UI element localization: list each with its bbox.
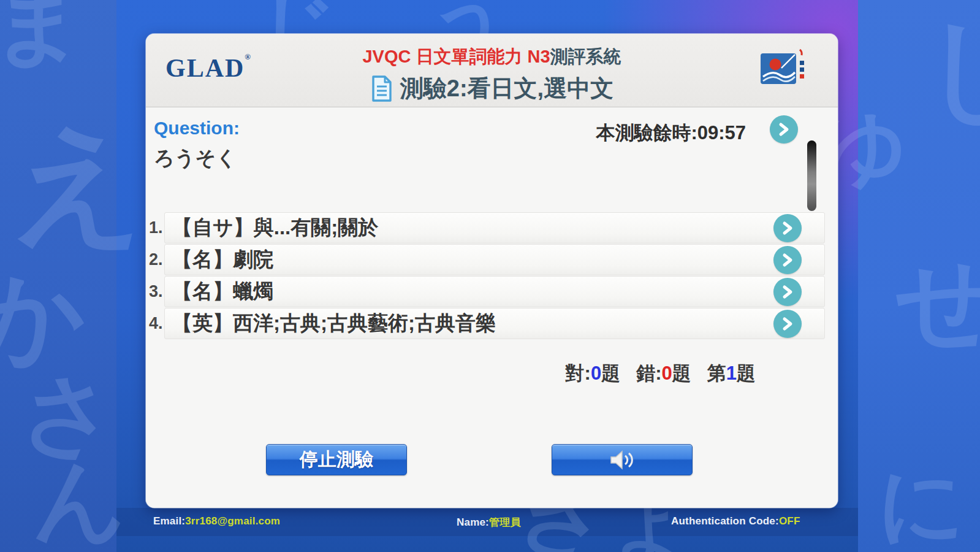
option-1-select-button[interactable] <box>773 214 802 242</box>
current-question-number: 1 <box>726 362 737 384</box>
play-audio-button[interactable] <box>552 444 693 475</box>
email-value: 3rr168@gmail.com <box>185 515 280 527</box>
email-label: Email: <box>153 515 185 527</box>
stop-test-button[interactable]: 停止測驗 <box>266 444 407 475</box>
timer-label: 本測驗餘時: <box>596 122 697 144</box>
app-title-dark: 測評系統 <box>550 47 621 66</box>
option-number: 2. <box>146 250 164 269</box>
option-row-1: 1. 【自サ】與...有關;關於 <box>146 212 838 243</box>
correct-suffix: 題 <box>601 362 620 384</box>
option-4[interactable]: 【英】西洋;古典;古典藝術;古典音樂 <box>164 308 825 339</box>
option-2-text: 【名】劇院 <box>172 246 273 274</box>
option-4-select-button[interactable] <box>773 310 802 338</box>
sunrise-book-logo-icon <box>759 47 808 88</box>
current-question-suffix: 題 <box>737 362 756 384</box>
option-row-4: 4. 【英】西洋;古典;古典藝術;古典音樂 <box>146 308 838 339</box>
correct-count: 0 <box>591 362 601 384</box>
test-mode-line: 測驗2:看日文,選中文 <box>146 73 838 104</box>
option-row-3: 3. 【名】蠟燭 <box>146 276 838 307</box>
chevron-right-icon <box>781 253 794 267</box>
footer-name: Name:管理員 <box>457 515 521 529</box>
option-4-text: 【英】西洋;古典;古典藝術;古典音樂 <box>172 310 496 337</box>
footer-email: Email:3rr168@gmail.com <box>153 515 280 527</box>
auth-code-value: OFF <box>779 515 800 527</box>
option-row-2: 2. 【名】劇院 <box>146 244 838 275</box>
chevron-right-icon <box>781 221 794 236</box>
background-left-band <box>0 0 116 552</box>
question-label: Question: <box>154 118 240 139</box>
quiz-window: GLAD® JVQC 日文單詞能力 N3測評系統 測驗2:看日文,選中文 <box>146 34 838 508</box>
footer-auth-code: Authentication Code:OFF <box>671 515 800 527</box>
current-question-label: 第 <box>707 362 726 384</box>
wrong-suffix: 題 <box>672 362 691 384</box>
wrong-label: 錯: <box>636 362 661 384</box>
document-icon <box>370 75 393 102</box>
option-3-text: 【名】蠟燭 <box>172 278 273 305</box>
auth-code-label: Authentication Code: <box>671 515 779 527</box>
option-3-select-button[interactable] <box>773 278 802 306</box>
question-text: ろうそく <box>154 145 237 172</box>
chevron-right-icon <box>781 285 794 299</box>
app-title: JVQC 日文單詞能力 N3測評系統 <box>146 45 838 69</box>
option-1[interactable]: 【自サ】與...有關;關於 <box>164 212 825 243</box>
option-number: 1. <box>146 218 164 237</box>
option-1-text: 【自サ】與...有關;關於 <box>172 214 378 242</box>
speaker-icon <box>608 449 636 471</box>
option-2[interactable]: 【名】劇院 <box>164 244 825 275</box>
chevron-right-icon <box>781 316 794 331</box>
timer-next-button[interactable] <box>770 115 798 144</box>
quiz-content: Question: ろうそく 本測驗餘時:09:57 1. 【自サ】與...有關… <box>146 108 838 508</box>
name-label: Name: <box>457 516 489 528</box>
score-stats: 對:0題錯:0題第1題 <box>566 361 756 386</box>
options-list: 1. 【自サ】與...有關;關於 2. 【名】劇院 <box>146 212 838 340</box>
background-right-band <box>858 0 980 552</box>
chevron-right-icon <box>777 122 791 137</box>
option-number: 4. <box>146 314 164 333</box>
option-2-select-button[interactable] <box>773 246 802 274</box>
timer-text: 本測驗餘時:09:57 <box>596 120 746 146</box>
option-3[interactable]: 【名】蠟燭 <box>164 276 825 307</box>
correct-label: 對: <box>566 362 591 384</box>
timer-value: 09:57 <box>697 122 746 144</box>
wrong-count: 0 <box>662 362 672 384</box>
test-mode-title: 測驗2:看日文,選中文 <box>400 73 613 104</box>
app-title-red: JVQC 日文單詞能力 N3 <box>362 47 550 66</box>
option-number: 3. <box>146 282 164 301</box>
scrollbar-thumb[interactable] <box>807 140 816 211</box>
window-header: GLAD® JVQC 日文單詞能力 N3測評系統 測驗2:看日文,選中文 <box>146 34 838 107</box>
name-value: 管理員 <box>489 516 521 528</box>
